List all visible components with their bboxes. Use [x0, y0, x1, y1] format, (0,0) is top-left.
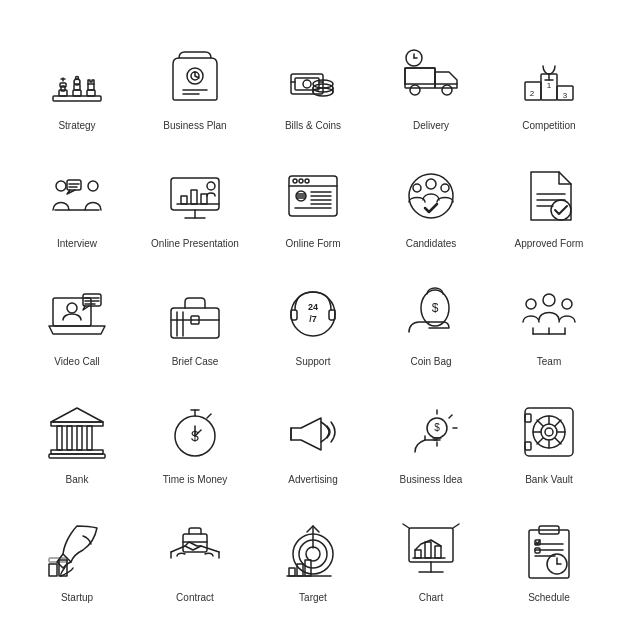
candidates-icon: [395, 160, 467, 232]
business-plan-label: Business Plan: [163, 120, 226, 132]
svg-rect-24: [405, 68, 435, 88]
coin-bag-icon: $: [395, 278, 467, 350]
svg-line-119: [449, 415, 452, 418]
bank-vault-icon: [513, 396, 585, 468]
icon-cell-startup: Startup: [22, 494, 132, 604]
icon-cell-contract: Contract: [140, 494, 250, 604]
svg-rect-134: [525, 442, 531, 450]
icon-cell-advertising: Advertising: [258, 376, 368, 486]
svg-text:$: $: [434, 422, 440, 433]
svg-rect-50: [191, 190, 197, 204]
svg-point-52: [207, 182, 215, 190]
svg-point-93: [543, 294, 555, 306]
svg-rect-3: [60, 83, 66, 87]
business-plan-icon: [159, 42, 231, 114]
chart-icon: [395, 514, 467, 586]
bank-label: Bank: [66, 474, 89, 486]
brief-case-label: Brief Case: [172, 356, 219, 368]
video-call-label: Video Call: [54, 356, 99, 368]
time-is-money-label: Time is Money: [163, 474, 228, 486]
svg-rect-133: [525, 414, 531, 422]
svg-rect-105: [77, 426, 82, 450]
svg-point-68: [426, 179, 436, 189]
chart-label: Chart: [419, 592, 443, 604]
support-label: Support: [295, 356, 330, 368]
icon-cell-delivery: Delivery: [376, 22, 486, 132]
brief-case-icon: [159, 278, 231, 350]
svg-point-94: [526, 299, 536, 309]
bills-coins-icon: [277, 42, 349, 114]
online-form-icon: [277, 160, 349, 232]
svg-rect-135: [49, 564, 57, 576]
svg-point-21: [303, 80, 311, 88]
icon-cell-approved-form: Approved Form: [494, 140, 604, 250]
startup-icon: [41, 514, 113, 586]
icon-cell-time-is-money: $ Time is Money: [140, 376, 250, 486]
icon-cell-online-presentation: Online Presentation: [140, 140, 250, 250]
icon-cell-chart: Chart: [376, 494, 486, 604]
competition-label: Competition: [522, 120, 575, 132]
svg-point-9: [76, 77, 79, 80]
svg-rect-49: [181, 196, 187, 204]
svg-point-76: [67, 303, 77, 313]
icon-cell-competition: 2 1 3 Competition: [494, 22, 604, 132]
svg-rect-155: [435, 546, 441, 558]
icon-grid: Strategy Business Plan: [6, 6, 620, 620]
contract-label: Contract: [176, 592, 214, 604]
svg-point-56: [299, 179, 303, 183]
svg-rect-6: [73, 90, 81, 96]
svg-rect-121: [525, 408, 573, 456]
svg-rect-107: [49, 454, 105, 458]
svg-text:/7: /7: [309, 314, 317, 324]
target-label: Target: [299, 592, 327, 604]
icon-cell-business-idea: $ Business Idea: [376, 376, 486, 486]
schedule-label: Schedule: [528, 592, 570, 604]
svg-text:3: 3: [563, 91, 568, 100]
svg-rect-154: [425, 542, 431, 558]
svg-text:2: 2: [530, 89, 535, 98]
icon-cell-team: Team: [494, 258, 604, 368]
svg-point-69: [413, 184, 421, 192]
business-idea-icon: $: [395, 396, 467, 468]
video-call-icon: [41, 278, 113, 350]
support-icon: 24 /7: [277, 278, 349, 350]
candidates-label: Candidates: [406, 238, 457, 250]
svg-line-151: [403, 524, 409, 528]
svg-line-128: [537, 420, 543, 426]
svg-text:24: 24: [308, 302, 318, 312]
icon-cell-business-plan: Business Plan: [140, 22, 250, 132]
svg-rect-153: [415, 550, 421, 558]
approved-form-label: Approved Form: [515, 238, 584, 250]
contract-icon: [159, 514, 231, 586]
svg-rect-106: [87, 426, 92, 450]
svg-line-131: [537, 438, 543, 444]
svg-rect-75: [53, 298, 91, 326]
svg-point-44: [88, 181, 98, 191]
online-form-label: Online Form: [285, 238, 340, 250]
svg-point-25: [410, 85, 420, 95]
svg-rect-51: [201, 194, 207, 204]
interview-icon: [41, 160, 113, 232]
competition-icon: 2 1 3: [513, 42, 585, 114]
bank-vault-label: Bank Vault: [525, 474, 573, 486]
delivery-label: Delivery: [413, 120, 449, 132]
svg-rect-10: [87, 90, 95, 96]
team-label: Team: [537, 356, 561, 368]
team-icon: [513, 278, 585, 350]
advertising-icon: [277, 396, 349, 468]
svg-point-70: [441, 184, 449, 192]
svg-marker-100: [51, 408, 103, 422]
svg-text:1: 1: [547, 81, 552, 90]
business-idea-label: Business Idea: [400, 474, 463, 486]
icon-cell-target: Target: [258, 494, 368, 604]
coin-bag-label: Coin Bag: [410, 356, 451, 368]
svg-point-40: [56, 181, 66, 191]
svg-point-142: [306, 547, 320, 561]
svg-line-130: [555, 420, 561, 426]
svg-line-152: [453, 524, 459, 528]
icon-cell-coin-bag: $ Coin Bag: [376, 258, 486, 368]
svg-rect-144: [289, 568, 295, 576]
strategy-label: Strategy: [58, 120, 95, 132]
svg-rect-104: [67, 426, 72, 450]
svg-point-95: [562, 299, 572, 309]
